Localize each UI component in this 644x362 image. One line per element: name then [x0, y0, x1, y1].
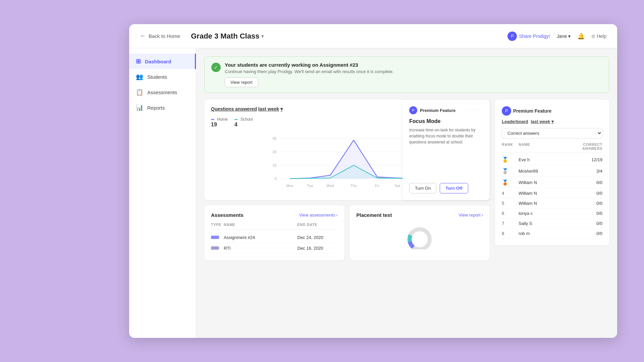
share-prodigy-button[interactable]: P Share Prodigy!	[507, 32, 550, 41]
focus-mode-title: Focus Mode	[409, 118, 483, 124]
class-title[interactable]: Grade 3 Math Class ▾	[191, 32, 264, 41]
questions-chart-card: Questions answered last week ▾ View repo…	[204, 100, 490, 200]
chart-period[interactable]: last week	[258, 106, 279, 112]
sidebar: ⊞ Dashboard 👥 Students 📋 Assessments 📊 R…	[129, 48, 196, 338]
list-item: 6 tonya c 0/0	[502, 208, 602, 219]
sidebar-item-students[interactable]: 👥 Students	[129, 69, 196, 84]
header-right: P Share Prodigy! Jane ▾ 🔔 ⊙ Help	[507, 32, 606, 41]
content-main: Questions answered last week ▾ View repo…	[204, 100, 490, 260]
svg-text:Tue: Tue	[307, 184, 313, 188]
svg-text:Mon: Mon	[286, 184, 293, 188]
list-item: 8 rob m 0/0	[502, 229, 602, 239]
chart-title: Questions answered last week ▾	[211, 106, 283, 112]
rank-medal-1: 🥇	[502, 157, 519, 163]
help-link[interactable]: ⊙ Help	[591, 34, 606, 39]
leaderboard-metric-select[interactable]: Correct answers	[502, 128, 602, 138]
school-legend-dot	[234, 119, 238, 120]
leaderboard-header: Leaderboard last week ▾	[502, 119, 602, 124]
assignment-banner: ✓ Your students are currently working on…	[204, 56, 609, 93]
banner-title: Your students are currently working on A…	[225, 62, 393, 68]
dashboard-icon: ⊞	[136, 58, 141, 65]
focus-turn-on-button[interactable]: Turn On	[409, 183, 436, 193]
list-item: 7 Sally S 0/0	[502, 219, 602, 229]
assessments-table-header: TYPE NAME END DATE	[211, 223, 338, 230]
focus-premium-header: P Premium Feature	[409, 106, 483, 114]
rank-medal-3: 🥉	[502, 179, 519, 186]
list-item: 🥉 William N 0/0	[502, 177, 602, 188]
focus-premium-label: Premium Feature	[420, 108, 455, 113]
leaderboard-title: Leaderboard last week ▾	[502, 119, 554, 124]
svg-text:0: 0	[274, 177, 276, 181]
svg-text:20: 20	[272, 150, 276, 154]
list-item: 🥈 Mosher89 3/4	[502, 166, 602, 177]
back-label: Back to Home	[149, 33, 180, 39]
leaderboard-premium-header: P Premium Feature	[502, 106, 602, 116]
legend-home: Home 19	[211, 117, 228, 128]
banner-description: Continue having them play Prodigy. We'll…	[225, 69, 393, 74]
legend-school: School 4	[234, 117, 253, 128]
placement-title: Placement test	[357, 212, 392, 218]
svg-text:Thu: Thu	[351, 184, 357, 188]
app-window: ← Back to Home Grade 3 Math Class ▾ P Sh…	[129, 24, 617, 338]
rank-medal-2: 🥈	[502, 168, 519, 174]
view-report-button[interactable]: View report	[225, 77, 258, 87]
table-row[interactable]: RTI Dec 16, 2020	[211, 243, 338, 254]
focus-mode-card: P Premium Feature Focus Mode Increase ti…	[402, 100, 490, 200]
table-row[interactable]: Assignment #24 Dec 24, 2020	[211, 232, 338, 243]
list-item: 🥇 Eve h 12/19	[502, 154, 602, 166]
user-menu[interactable]: Jane ▾	[557, 34, 571, 39]
notifications-icon[interactable]: 🔔	[577, 33, 585, 40]
class-title-caret-icon: ▾	[261, 34, 264, 39]
view-assessments-link[interactable]: View assessments ›	[299, 213, 338, 218]
svg-text:Fri: Fri	[375, 184, 379, 188]
check-icon: ✓	[211, 63, 221, 72]
content-grid: Questions answered last week ▾ View repo…	[204, 100, 609, 260]
placement-view-report-link[interactable]: View report ›	[459, 213, 483, 218]
assessments-card: Assessments View assessments › TYPE NAME…	[204, 205, 344, 260]
svg-marker-16	[290, 165, 418, 179]
leaderboard-table-header: RANK NAME CORRECT ANSWERS	[502, 142, 602, 153]
bottom-row: Assessments View assessments › TYPE NAME…	[204, 205, 490, 260]
reports-icon: 📊	[136, 104, 143, 111]
content-area: ✓ Your students are currently working on…	[196, 48, 617, 338]
sidebar-item-assessments[interactable]: 📋 Assessments	[129, 84, 196, 100]
assessments-header: Assessments View assessments ›	[211, 212, 338, 218]
assessments-title: Assessments	[211, 212, 244, 218]
back-to-home-link[interactable]: ← Back to Home	[140, 33, 180, 40]
svg-text:Wed: Wed	[326, 184, 334, 188]
placement-header: Placement test View report ›	[357, 212, 483, 218]
students-icon: 👥	[136, 73, 143, 80]
focus-turn-off-button[interactable]: Turn Off	[440, 183, 468, 193]
placement-test-card: Placement test View report ›	[350, 205, 490, 260]
sidebar-item-dashboard[interactable]: ⊞ Dashboard	[129, 54, 196, 69]
sidebar-item-reports[interactable]: 📊 Reports	[129, 100, 196, 115]
home-legend-dot	[211, 119, 214, 120]
svg-text:Sat: Sat	[394, 184, 400, 188]
main-layout: ⊞ Dashboard 👥 Students 📋 Assessments 📊 R…	[129, 48, 617, 338]
leaderboard-premium-label: Premium Feature	[513, 108, 551, 114]
right-panel: P Premium Feature Leaderboard last week …	[495, 100, 609, 260]
placement-donut-chart	[357, 223, 483, 249]
focus-mode-description: Increase time-on-task for students by en…	[409, 127, 483, 178]
leaderboard-card: P Premium Feature Leaderboard last week …	[495, 100, 609, 245]
svg-text:30: 30	[272, 136, 276, 140]
header: ← Back to Home Grade 3 Math Class ▾ P Sh…	[129, 24, 617, 48]
leaderboard-premium-icon: P	[502, 106, 511, 116]
list-item: 5 William N 0/0	[502, 198, 602, 208]
assessments-icon: 📋	[136, 88, 143, 96]
prodigy-icon: P	[507, 32, 517, 41]
focus-mode-buttons: Turn On Turn Off	[409, 183, 483, 193]
back-arrow-icon: ←	[140, 33, 146, 40]
list-item: 4 William N 0/0	[502, 188, 602, 198]
focus-premium-icon: P	[409, 106, 417, 114]
svg-text:10: 10	[272, 163, 276, 167]
banner-text: Your students are currently working on A…	[225, 62, 393, 87]
leaderboard-period[interactable]: last week	[531, 119, 550, 124]
